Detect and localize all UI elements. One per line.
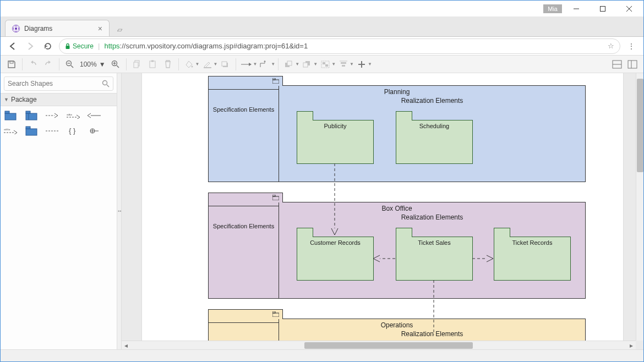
scroll-left-button[interactable]: ◂ [122, 341, 130, 350]
palette-dependency-icon[interactable] [46, 111, 59, 120]
package-tab [208, 193, 283, 202]
palette-access-icon[interactable]: «a» [67, 111, 80, 120]
svg-rect-14 [134, 62, 138, 68]
search-shapes-input[interactable] [8, 80, 102, 87]
spec-elements-column: Specification Elements [209, 202, 279, 298]
svg-rect-63 [272, 311, 275, 313]
browser-tab[interactable]: Diagrams × [5, 20, 110, 36]
horizontal-scrollbar[interactable]: ◂ ▸ [122, 341, 636, 349]
package-publicity[interactable]: Publicity [297, 120, 374, 164]
zoom-in-button[interactable] [108, 57, 123, 72]
fill-color-button[interactable] [182, 57, 197, 72]
inner-label: Ticket Sales [396, 237, 472, 246]
window-minimize-button[interactable] [564, 1, 588, 17]
vertical-scrollbar[interactable] [636, 73, 643, 341]
zoom-out-button[interactable] [62, 57, 78, 72]
package-boxoffice[interactable]: Box Office Specification Elements Realiz… [208, 202, 586, 299]
svg-rect-31 [342, 65, 345, 67]
inner-label: Scheduling [396, 120, 472, 129]
package-ticket-records[interactable]: Ticket Records [494, 237, 571, 281]
package-customer-records[interactable]: Customer Records [297, 237, 374, 281]
undo-button[interactable] [25, 57, 41, 72]
tab-close-button[interactable]: × [98, 24, 102, 33]
layout-split-h-button[interactable] [609, 57, 625, 72]
copy-button[interactable] [129, 57, 145, 72]
sidebar-splitter[interactable]: •• [117, 73, 122, 349]
palette-import-icon[interactable] [88, 111, 101, 120]
svg-rect-61 [272, 195, 275, 196]
diagram-canvas[interactable]: Planning Specification Elements Realizat… [141, 73, 624, 341]
shadow-button[interactable] [217, 57, 233, 72]
svg-rect-36 [628, 61, 637, 68]
window-close-button[interactable] [617, 1, 641, 17]
secure-label: Secure [73, 42, 94, 50]
package-scheduling[interactable]: Scheduling [396, 120, 473, 164]
svg-rect-58 [272, 80, 279, 84]
paste-button[interactable] [145, 57, 160, 72]
new-tab-button[interactable]: ▱ [113, 23, 126, 36]
svg-point-38 [103, 81, 107, 85]
browser-menu-button[interactable]: ⋮ [625, 40, 638, 53]
line-end-button[interactable] [239, 57, 254, 72]
package-tab-icon [272, 195, 279, 200]
package-tab-icon [272, 78, 279, 84]
group-button[interactable] [318, 57, 333, 72]
inner-tab [297, 111, 313, 120]
favicon-icon [12, 25, 20, 32]
delete-button[interactable] [160, 57, 176, 72]
svg-rect-1 [601, 6, 605, 11]
svg-rect-25 [303, 63, 308, 67]
add-button[interactable] [354, 57, 369, 72]
palette-package-icon[interactable] [4, 111, 17, 120]
svg-text:«m»: «m» [4, 128, 10, 131]
package-ticket-sales[interactable]: Ticket Sales [396, 237, 473, 281]
inner-tab [297, 228, 313, 237]
svg-text:{ }: { } [69, 127, 76, 135]
address-bar[interactable]: Secure | https://scrum.vpository.com/dia… [59, 39, 620, 54]
connector-style-button[interactable] [257, 57, 272, 72]
package-tab [208, 76, 283, 86]
align-button[interactable] [336, 57, 351, 72]
svg-rect-41 [5, 111, 9, 113]
user-badge: Mia [543, 4, 562, 13]
panel-title: Package [11, 96, 37, 103]
secure-indicator: Secure [65, 42, 94, 50]
nav-back-button[interactable] [6, 40, 19, 53]
tab-title: Diagrams [24, 25, 52, 32]
zoom-level-dropdown[interactable]: 100%▼ [78, 61, 108, 68]
svg-rect-60 [272, 196, 279, 200]
palette-merge-icon[interactable]: «m» [4, 126, 17, 136]
search-icon [102, 80, 110, 87]
svg-rect-52 [26, 127, 30, 129]
palette-braces-icon[interactable]: { } [67, 126, 80, 136]
svg-rect-27 [323, 62, 325, 64]
palette-package3-icon[interactable] [25, 126, 38, 136]
scroll-right-button[interactable]: ▸ [627, 341, 636, 350]
svg-rect-28 [325, 64, 328, 67]
save-button[interactable] [4, 57, 19, 72]
line-color-button[interactable] [200, 57, 215, 72]
package-planning[interactable]: Planning Specification Elements Realizat… [208, 85, 586, 182]
spec-elements-column: Specification Elements [209, 319, 279, 341]
svg-rect-42 [26, 113, 37, 120]
realization-label: Realization Elements [279, 212, 585, 221]
redo-button[interactable] [41, 57, 56, 72]
inner-label: Publicity [297, 120, 373, 129]
palette-target-icon[interactable] [88, 126, 101, 136]
nav-reload-button[interactable] [41, 40, 54, 53]
layout-split-v-button[interactable] [625, 57, 640, 72]
search-shapes-field[interactable] [4, 76, 113, 91]
palette-package2-icon[interactable] [25, 111, 38, 120]
package-operations[interactable]: Operations Specification Elements Realiz… [208, 319, 586, 341]
send-back-button[interactable] [299, 57, 315, 72]
panel-header-package[interactable]: ▼ Package [1, 93, 117, 106]
svg-rect-30 [341, 62, 346, 64]
bookmark-star-button[interactable]: ☆ [608, 42, 614, 50]
svg-rect-18 [204, 67, 211, 68]
bring-front-button[interactable] [281, 57, 297, 72]
canvas-viewport: Planning Specification Elements Realizat… [122, 73, 643, 349]
window-maximize-button[interactable] [591, 1, 615, 17]
nav-forward-button[interactable] [24, 40, 37, 53]
palette-line-icon[interactable] [46, 126, 59, 136]
address-bar-row: Secure | https://scrum.vpository.com/dia… [1, 37, 643, 56]
